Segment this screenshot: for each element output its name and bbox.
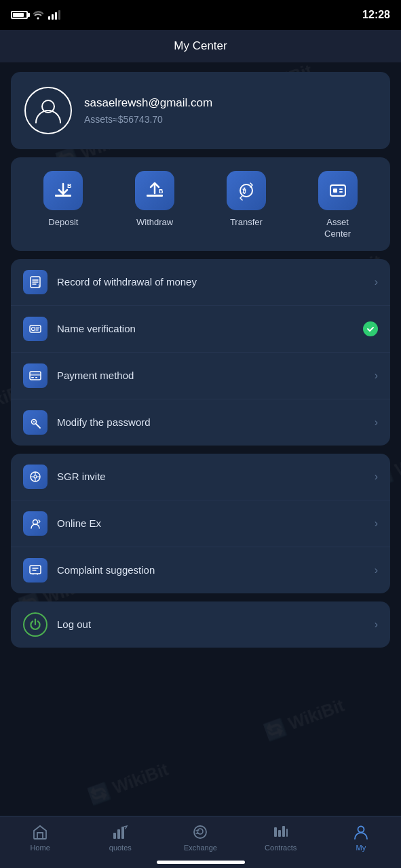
profile-info: sasaelrewsh@gmail.com Assets≈$56743.70 — [84, 96, 212, 125]
svg-rect-7 — [330, 185, 345, 196]
svg-rect-10 — [339, 191, 343, 193]
log-out-icon — [23, 612, 47, 637]
svg-rect-28 — [113, 833, 116, 839]
menu-section-1: Record of withdrawal of money › Name ver… — [11, 259, 390, 446]
svg-rect-16 — [31, 377, 34, 378]
svg-rect-15 — [30, 374, 41, 376]
svg-rect-34 — [282, 826, 285, 837]
withdrawal-record-chevron: › — [375, 276, 378, 288]
main-content: sasaelrewsh@gmail.com Assets≈$56743.70 B… — [0, 62, 401, 733]
my-icon — [352, 823, 370, 841]
nav-home[interactable]: Home — [16, 823, 64, 852]
quotes-icon — [111, 823, 129, 841]
menu-item-online-ex[interactable]: Online Ex › — [11, 500, 390, 547]
online-ex-icon — [23, 511, 47, 536]
deposit-label: Deposit — [48, 217, 78, 229]
svg-rect-9 — [339, 189, 343, 190]
complaint-suggestion-icon — [23, 558, 47, 583]
svg-rect-32 — [274, 827, 277, 837]
nav-home-label: Home — [30, 844, 50, 852]
log-out-label: Log out — [57, 618, 365, 630]
name-verification-icon — [23, 317, 47, 341]
sgr-invite-icon — [23, 465, 47, 489]
online-ex-label: Online Ex — [57, 517, 365, 529]
asset-center-button[interactable]: AssetCenter — [311, 171, 365, 240]
withdrawal-record-icon — [23, 270, 47, 294]
withdraw-button[interactable]: B Withdraw — [128, 171, 182, 229]
menu-item-modify-password[interactable]: Modify the password › — [11, 399, 390, 446]
menu-section-3: Log out › — [11, 601, 390, 648]
battery-icon — [11, 11, 28, 19]
menu-item-complaint-suggestion[interactable]: Complaint suggestion › — [11, 547, 390, 593]
menu-item-withdrawal-record[interactable]: Record of withdrawal of money › — [11, 259, 390, 306]
menu-section-2: SGR invite › Online Ex › — [11, 454, 390, 593]
svg-point-13 — [32, 327, 35, 330]
svg-rect-33 — [278, 830, 281, 837]
complaint-suggestion-chevron: › — [375, 564, 378, 576]
nav-my-label: My — [356, 844, 366, 852]
menu-item-sgr-invite[interactable]: SGR invite › — [11, 454, 390, 500]
name-verification-label: Name verification — [57, 323, 354, 334]
wifi-icon — [32, 10, 44, 20]
status-left — [11, 10, 60, 20]
svg-rect-3 — [147, 195, 163, 197]
svg-point-19 — [33, 421, 35, 422]
log-out-chevron: › — [375, 618, 378, 631]
nav-exchange-label: Exchange — [184, 844, 217, 852]
transfer-label: Transfer — [230, 217, 263, 229]
nav-quotes[interactable]: quotes — [96, 823, 144, 852]
modify-password-label: Modify the password — [57, 416, 365, 428]
svg-text:B: B — [159, 188, 164, 195]
nav-quotes-label: quotes — [109, 844, 132, 852]
transfer-button[interactable]: ₿ Transfer — [219, 171, 273, 229]
withdraw-icon-box: B — [135, 171, 174, 210]
nav-contracts[interactable]: Contracts — [257, 823, 305, 852]
modify-password-icon — [23, 410, 47, 435]
svg-text:B: B — [67, 182, 72, 189]
profile-email: sasaelrewsh@gmail.com — [84, 96, 212, 110]
name-verification-check — [363, 321, 378, 336]
asset-center-label: AssetCenter — [324, 217, 351, 240]
svg-point-21 — [34, 475, 37, 478]
withdraw-label: Withdraw — [136, 217, 173, 229]
svg-rect-27 — [30, 566, 41, 574]
online-ex-chevron: › — [375, 517, 378, 530]
nav-exchange[interactable]: Exchange — [176, 823, 224, 852]
home-indicator — [157, 861, 245, 864]
asset-center-icon-box — [318, 171, 358, 210]
svg-rect-29 — [117, 829, 120, 839]
svg-rect-1 — [55, 195, 71, 197]
modify-password-chevron: › — [375, 416, 378, 429]
sgr-invite-chevron: › — [375, 471, 378, 483]
action-buttons: B Deposit B Withdraw ₿ — [11, 157, 390, 251]
svg-rect-8 — [333, 189, 337, 193]
nav-my[interactable]: My — [337, 823, 385, 852]
avatar — [24, 87, 72, 134]
menu-item-log-out[interactable]: Log out › — [11, 601, 390, 648]
svg-point-36 — [358, 827, 364, 833]
svg-rect-30 — [121, 827, 124, 839]
profile-card: sasaelrewsh@gmail.com Assets≈$56743.70 — [11, 72, 390, 149]
exchange-icon — [191, 823, 209, 841]
complaint-suggestion-label: Complaint suggestion — [57, 564, 365, 576]
nav-contracts-label: Contracts — [265, 844, 297, 852]
svg-text:₿: ₿ — [242, 187, 246, 195]
withdrawal-record-label: Record of withdrawal of money — [57, 276, 365, 288]
page-header: My Center — [0, 30, 401, 62]
contracts-icon — [272, 823, 290, 841]
menu-item-name-verification[interactable]: Name verification — [11, 306, 390, 353]
svg-rect-35 — [286, 829, 288, 837]
status-bar: 12:28 — [0, 0, 401, 30]
home-icon — [31, 823, 49, 841]
deposit-icon-box: B — [43, 171, 83, 210]
menu-item-payment-method[interactable]: Payment method › — [11, 353, 390, 399]
payment-method-icon — [23, 363, 47, 388]
page-title: My Center — [174, 39, 227, 52]
svg-point-31 — [194, 826, 206, 838]
payment-method-chevron: › — [375, 370, 378, 382]
svg-rect-17 — [35, 377, 37, 378]
payment-method-label: Payment method — [57, 370, 365, 381]
transfer-icon-box: ₿ — [227, 171, 266, 210]
deposit-button[interactable]: B Deposit — [36, 171, 90, 229]
status-time: 12:28 — [362, 9, 390, 21]
